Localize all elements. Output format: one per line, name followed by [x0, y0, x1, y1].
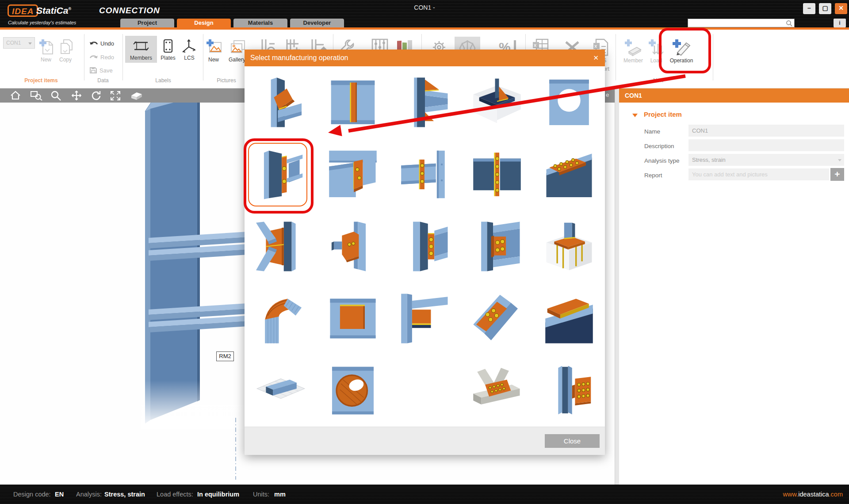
title-bar: IDEA StatiCa® CONNECTION Calculate yeste…: [0, 0, 849, 27]
plates-labels-toggle[interactable]: Plates: [158, 38, 178, 61]
dialog-close-icon[interactable]: ✕: [593, 50, 599, 66]
fit-view-icon[interactable]: [109, 90, 122, 101]
solid-view-icon[interactable]: [130, 90, 144, 101]
dialog-footer: Close: [245, 427, 605, 455]
home-icon[interactable]: [10, 90, 21, 101]
panel-splitter[interactable]: [615, 88, 619, 485]
op-plate-to-plate-splice[interactable]: [461, 138, 533, 210]
column-splice-plate-icon: [544, 366, 594, 416]
website-link[interactable]: www.ideastatica.com: [783, 485, 843, 504]
rotate-icon[interactable]: [91, 90, 103, 101]
op-base-plate-rib[interactable]: [461, 66, 533, 138]
report-field[interactable]: [688, 168, 829, 180]
name-field[interactable]: [688, 125, 844, 137]
collapse-arrow-icon[interactable]: [632, 114, 638, 117]
group-labels: Labels: [124, 77, 202, 84]
tab-design[interactable]: Design: [177, 19, 231, 27]
members-labels-toggle[interactable]: Members: [125, 36, 157, 63]
stiffening-plate-icon: [328, 294, 378, 344]
op-cleat-angle[interactable]: [461, 210, 533, 283]
dialog-header[interactable]: Select manufacturing operation ✕: [245, 50, 605, 66]
op-empty-slot: [389, 355, 461, 427]
op-fin-plate[interactable]: [389, 210, 461, 283]
op-end-plate-corner[interactable]: [317, 138, 389, 210]
op-bolted-cover-plate[interactable]: [533, 138, 605, 210]
op-circular-opening[interactable]: [317, 355, 389, 427]
close-button[interactable]: ✕: [835, 3, 847, 14]
name-label: Name: [644, 128, 660, 135]
analysis-type-dropdown[interactable]: Stress, strain: [688, 154, 844, 166]
search-icon: [786, 20, 793, 27]
add-report-content-button[interactable]: +: [830, 168, 844, 181]
new-operation-button[interactable]: Operation: [667, 38, 696, 64]
new-member-button[interactable]: Member: [621, 38, 646, 64]
add-operation-icon: [671, 38, 692, 56]
op-embedded-beam[interactable]: [245, 355, 317, 427]
add-member-icon: [623, 38, 643, 56]
plate-opening-icon: [544, 77, 594, 127]
op-seat-widener[interactable]: [389, 283, 461, 355]
op-splice-plates[interactable]: [389, 138, 461, 210]
stub-plate-icon: [328, 221, 378, 271]
plate-icon: [161, 38, 175, 53]
tagline: Calculate yesterday's estimates: [8, 20, 76, 25]
fin-plate-icon: [400, 221, 450, 271]
bolted-diagonal-plate-icon: [472, 294, 522, 344]
stiffener-icon: [328, 77, 378, 127]
op-tube-bend[interactable]: [245, 283, 317, 355]
undo-button[interactable]: Undo: [89, 40, 114, 47]
project-item-combo[interactable]: CON1: [3, 37, 35, 49]
copy-project-item-button[interactable]: Copy: [57, 38, 73, 63]
analysis-label: Analysis:: [76, 485, 102, 504]
lcs-labels-toggle[interactable]: LCS: [180, 38, 199, 61]
op-plate-opening[interactable]: [533, 66, 605, 138]
op-timber-gusset-plates[interactable]: [461, 355, 533, 427]
beam-cut-gusset-icon: [256, 77, 306, 127]
analysis-type-label: Analysis type: [644, 157, 680, 164]
tab-materials[interactable]: Materials: [233, 19, 287, 27]
op-column-splice-plate[interactable]: [533, 355, 605, 427]
gallery-icon: [229, 38, 245, 55]
add-load-icon: [647, 38, 665, 56]
op-bolted-diagonal-plate[interactable]: [461, 283, 533, 355]
embedded-beam-icon: [256, 366, 306, 416]
redo-button[interactable]: Redo: [89, 54, 114, 61]
op-stiffener[interactable]: [317, 66, 389, 138]
base-plate-anchors-icon: [544, 221, 594, 271]
member-tag-rm2[interactable]: RM2: [216, 351, 234, 361]
op-haunch-stiffeners[interactable]: [389, 66, 461, 138]
dialog-title: Select manufacturing operation: [250, 54, 348, 61]
base-plate-rib-icon: [472, 77, 522, 127]
new-project-item-button[interactable]: New: [38, 38, 54, 63]
op-gusset-cross-brace[interactable]: [245, 210, 317, 283]
circular-opening-icon: [328, 366, 378, 416]
description-field[interactable]: [688, 139, 844, 151]
units-value: mm: [274, 485, 286, 504]
redo-icon: [89, 54, 98, 61]
dialog-close-button[interactable]: Close: [545, 434, 600, 448]
tab-developer[interactable]: Developer: [290, 19, 344, 27]
zoom-icon[interactable]: [50, 90, 62, 101]
svg-text:x: x: [534, 42, 537, 48]
undo-icon: [89, 41, 98, 47]
op-end-plate[interactable]: [245, 138, 317, 210]
toolbar-label-fragment: e: [606, 92, 609, 98]
end-plate-icon: [256, 149, 306, 199]
info-button[interactable]: i: [834, 19, 846, 27]
pan-icon[interactable]: [71, 90, 83, 101]
gusset-cross-brace-icon: [256, 221, 306, 271]
minimize-button[interactable]: –: [803, 3, 815, 14]
op-stiffening-plate[interactable]: [317, 283, 389, 355]
new-picture-button[interactable]: New: [203, 38, 224, 63]
section-project-item[interactable]: Project item: [644, 111, 682, 118]
op-plate-cut[interactable]: [533, 283, 605, 355]
tab-project[interactable]: Project: [120, 19, 174, 27]
op-beam-cut-gusset[interactable]: [245, 66, 317, 138]
op-stub-connecting-plate[interactable]: [317, 210, 389, 283]
maximize-button[interactable]: ▢: [819, 3, 831, 14]
zoom-window-icon[interactable]: [30, 90, 43, 101]
search-input[interactable]: [689, 19, 784, 27]
save-button[interactable]: Save: [89, 67, 113, 74]
new-load-button[interactable]: Load: [646, 38, 666, 64]
op-base-plate-anchors[interactable]: [533, 210, 605, 283]
